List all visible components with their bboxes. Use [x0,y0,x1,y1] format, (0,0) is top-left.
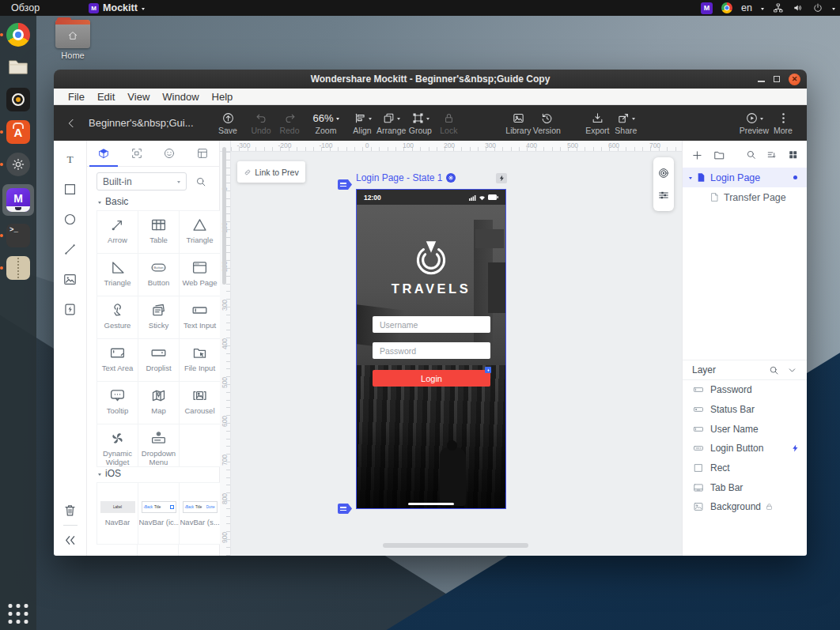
save-button[interactable]: Save [214,111,242,135]
line-tool-icon[interactable] [62,242,78,257]
widget-tooltip[interactable]: Tooltip [97,382,138,424]
focus-target-icon[interactable] [657,167,670,179]
widget-button[interactable]: ButtonButton [138,254,180,296]
grid-view-icon[interactable] [788,149,798,160]
more-button[interactable]: More [769,111,797,135]
menu-view[interactable]: View [121,91,156,103]
widget-triangle[interactable]: Triangle [97,254,138,296]
vertical-scrollbar[interactable] [222,147,226,285]
show-applications-button[interactable] [9,604,28,624]
tab-screens[interactable] [120,141,153,166]
dock-archive-manager-icon[interactable] [6,255,31,281]
mockitt-tray-icon[interactable]: M [701,2,713,14]
arrange-button[interactable]: Arrange [376,111,406,135]
page-item-login-page[interactable]: Login Page [683,168,807,187]
export-button[interactable]: Export [583,111,611,135]
redo-button[interactable]: Redo [275,111,304,135]
library-button[interactable]: Library [504,111,532,135]
widget-dynamic-widget[interactable]: Dynamic Widget [97,424,138,467]
layer-item-background[interactable]: Background [683,497,807,517]
undo-button[interactable]: Undo [247,111,275,135]
rectangle-tool-icon[interactable] [62,182,78,197]
artboard-title[interactable]: Login Page - State 1 [356,172,442,183]
dock-mockitt-icon[interactable]: M [2,184,34,216]
minimize-button[interactable] [758,81,765,82]
note-tag-icon[interactable] [338,179,352,190]
back-button[interactable] [65,117,78,130]
layer-item-user-name[interactable]: User Name [683,419,807,439]
dock-ubuntu-software-icon[interactable]: A [6,119,31,145]
widget-file-input[interactable]: File Input [180,339,221,382]
layer-item-rect[interactable]: Rect [683,458,807,478]
circle-tool-icon[interactable] [62,212,78,227]
tab-widgets[interactable] [87,141,120,166]
menu-help[interactable]: Help [206,91,240,103]
widget-triangle[interactable]: Triangle [180,211,221,254]
group-button[interactable]: Group [406,111,434,135]
page-item-transfer-page[interactable]: Transfer Page [683,187,807,207]
artboard-interaction-chip[interactable] [496,173,507,183]
dock-terminal-icon[interactable]: >_ [6,223,31,248]
menu-file[interactable]: File [62,91,91,103]
artboard-state-gear-icon[interactable] [446,173,456,183]
logo-text[interactable]: TRAVELS [357,281,505,296]
project-name[interactable]: Beginner's&nbsp;Gui... [89,117,201,129]
design-canvas[interactable]: -300-200-1000100200300400500600700800 01… [220,141,682,556]
add-page-button[interactable] [691,149,703,161]
login-button-widget[interactable]: Login [373,370,490,387]
trash-icon[interactable] [62,503,78,518]
ios-section-header[interactable]: iOS [98,468,121,479]
widget-navbar[interactable]: LabelNavBar [97,483,138,545]
preview-button[interactable]: Preview [740,111,769,135]
widget-navbar-s[interactable]: ‹BackTitleDoneNavBar (s... [180,483,221,545]
search-layers-icon[interactable] [769,365,779,375]
collapse-panel-icon[interactable] [62,533,78,548]
widget-library-select[interactable]: Built-in [96,172,187,191]
dock-files-icon[interactable] [6,55,31,80]
widget-carousel[interactable]: Carousel [180,382,221,424]
travels-logo-icon[interactable] [409,236,453,280]
tab-templates[interactable] [186,141,219,166]
version-button[interactable]: Version [532,111,561,135]
search-pages-icon[interactable] [746,149,756,160]
list-view-icon[interactable] [766,149,777,160]
image-tool-icon[interactable] [62,272,78,287]
chrome-tray-icon[interactable] [721,2,732,13]
window-titlebar[interactable]: Wondershare Mockitt - Beginner's&nbsp;Gu… [54,70,807,89]
network-icon[interactable] [773,2,784,13]
dock-chrome-icon[interactable] [6,22,31,47]
dock-media-player-icon[interactable] [6,87,31,112]
password-input-widget[interactable]: Password [373,342,490,359]
language-indicator[interactable]: en [741,2,752,13]
activities-button[interactable]: Обзор [11,2,40,13]
hotspot-tool-icon[interactable] [62,302,78,317]
widget-text-area[interactable]: Text Area [97,339,138,382]
volume-icon[interactable] [793,2,804,13]
widget-arrow[interactable]: Arrow [97,211,138,254]
widget-dropdown-menu[interactable]: Dropdown Menu [138,424,180,467]
share-button[interactable]: Share [611,111,640,135]
lock-button[interactable]: Lock [434,111,463,135]
layer-item-login-button[interactable]: Login Button [683,439,807,458]
layer-item-status-bar[interactable]: Status Bar [683,400,807,420]
login-page-artboard[interactable]: 12:00 TRAVELS [356,189,506,509]
dock-settings-icon[interactable] [6,152,31,177]
maximize-button[interactable] [774,76,780,82]
widget-navbar-ic[interactable]: ‹BackTitleNavBar (ic... [138,483,180,545]
widget-text-input[interactable]: Text Input [180,296,221,339]
horizontal-scrollbar[interactable] [383,543,528,548]
tab-icons[interactable] [153,141,187,166]
layer-item-password[interactable]: Password [683,380,807,400]
chevron-down-icon[interactable] [832,8,835,12]
basic-section-header[interactable]: Basic [98,196,128,207]
text-tool-icon[interactable]: T [62,152,78,167]
desktop-home-icon[interactable]: Home [51,20,95,60]
zoom-control[interactable]: 66% Zoom [312,111,340,135]
widget-gesture[interactable]: Gesture [97,296,138,339]
menu-window[interactable]: Window [156,91,205,103]
status-bar-widget[interactable]: 12:00 [357,190,505,205]
link-to-prev-button[interactable]: Link to Prev [237,161,305,183]
layer-item-tab-bar[interactable]: Tab Bar [683,477,807,497]
note-tag-icon[interactable] [338,504,352,514]
app-menu-button[interactable]: M Mockitt [89,2,145,13]
